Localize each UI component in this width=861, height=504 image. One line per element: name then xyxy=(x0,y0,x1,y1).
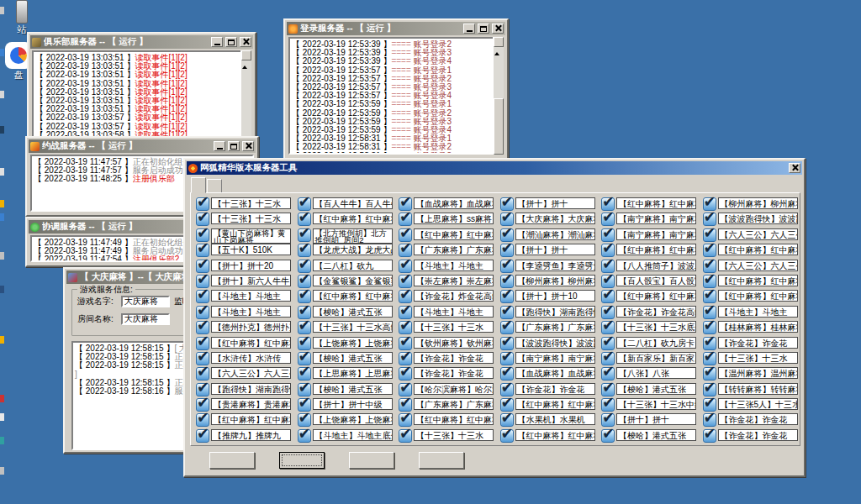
close-button[interactable] xyxy=(492,24,504,34)
room-label[interactable]: 【拼十】拼十 xyxy=(515,244,595,255)
room-label[interactable]: 【红中麻将】红中麻将 xyxy=(616,244,696,255)
room-checkbox[interactable]: ✔ xyxy=(703,429,716,443)
room-label[interactable]: 【十三张】十三水 xyxy=(211,197,291,209)
room-label[interactable]: 【诈金花】诈金花 xyxy=(718,337,798,349)
room-checkbox[interactable]: ✔ xyxy=(500,429,514,443)
action-button[interactable] xyxy=(279,452,325,469)
room-label[interactable]: 【十三张】十三水中级 xyxy=(616,398,696,410)
close-button[interactable] xyxy=(789,163,800,173)
room-label[interactable]: 【十三张】十三水 xyxy=(211,213,291,224)
room-label[interactable]: 【温州麻将】温州麻将 xyxy=(718,367,798,379)
room-label[interactable]: 【诈金花】诈金花 xyxy=(718,413,798,425)
room-label[interactable]: 【红中麻将】红中麻将5 xyxy=(211,337,291,349)
room-label[interactable]: 【血战麻将】血战麻将 xyxy=(515,367,595,379)
room-label[interactable]: 【广东麻将】广东麻将 xyxy=(414,398,494,410)
room-label[interactable]: 【钦州麻将】钦州麻将 xyxy=(414,337,494,349)
room-label[interactable]: 【斗地主】斗地主底分5 xyxy=(313,429,393,441)
room-label[interactable]: 【红中麻将】红中麻将 房 xyxy=(718,290,798,302)
room-label[interactable]: 【百人牛牛】百人牛牛 xyxy=(313,197,393,209)
room-label[interactable]: 【上饶麻将】上饶麻将 xyxy=(313,413,393,425)
room-label[interactable]: 【五十K】510K xyxy=(211,244,291,255)
room-label[interactable]: 【六人三公】六人三公 xyxy=(718,228,798,240)
minimize-button[interactable] xyxy=(211,37,223,47)
action-button[interactable] xyxy=(419,452,464,469)
maximize-button[interactable] xyxy=(225,37,237,47)
room-label[interactable]: 【红中麻将】红中麻将10 xyxy=(616,290,696,302)
minimize-button[interactable] xyxy=(463,24,475,34)
room-label[interactable]: 【斗地主】斗地主 xyxy=(718,306,798,318)
room-label[interactable]: 【上思麻将】上思麻将 xyxy=(313,367,393,379)
room-label[interactable]: 【斗地主】斗地主 xyxy=(414,260,494,271)
room-label[interactable]: 【柳州麻将】柳州麻将 xyxy=(718,197,798,209)
login-log-list[interactable]: 【 2022-03-19 12:53:39 】==== 账号登录2【 2022-… xyxy=(288,37,504,155)
room-label[interactable]: 【推牌九】推牌九 xyxy=(211,429,291,441)
room-label[interactable]: 【北方推倒胡】北方推倒胡_房间2 xyxy=(313,228,393,244)
login-scrollbar[interactable] xyxy=(493,37,504,155)
room-label[interactable]: 【黄山下岗麻将】黄山下岗麻将 xyxy=(211,228,291,244)
room-checkbox[interactable]: ✔ xyxy=(196,429,209,443)
club-log-list[interactable]: 【 2022-03-19 13:03:51 】读取事件[1][2]【 2022-… xyxy=(32,50,251,139)
room-label[interactable]: 【哈尔滨麻将】哈尔滨麻将 xyxy=(414,383,494,395)
room-label[interactable]: 【十三张】十三水高级 xyxy=(313,321,393,333)
room-label[interactable]: 【广东麻将】广东麻将 xyxy=(515,321,595,333)
room-label[interactable]: 【红中麻将】红中麻将20 xyxy=(313,213,393,224)
room-label[interactable]: 【梭哈】港式五张 xyxy=(313,352,393,364)
room-label[interactable]: 【龙虎大战】龙虎大战 xyxy=(313,244,393,255)
minimize-button[interactable] xyxy=(214,141,225,151)
scrollbar-thumb[interactable] xyxy=(494,98,504,155)
room-label[interactable]: 【十三张】十三水 xyxy=(718,352,798,364)
room-label[interactable]: 【梭哈】港式五张 xyxy=(313,383,393,395)
room-label[interactable]: 【十三张】十三水 xyxy=(414,429,494,441)
room-label[interactable]: 【拼十】新六人牛牛 xyxy=(211,275,291,286)
room-label[interactable]: 【红中麻将】红中麻将 xyxy=(515,398,595,410)
login-titlebar[interactable]: 登录服务器 -- 【 运行 】 xyxy=(287,22,505,35)
room-label[interactable]: 【红中麻将】红中麻将 xyxy=(414,413,494,425)
room-checkbox[interactable]: ✔ xyxy=(399,429,412,443)
room-label[interactable]: 【跑得快】湖南跑得快 xyxy=(515,306,595,318)
room-label[interactable]: 【八人推筒子】波波二八杠 xyxy=(616,260,696,271)
room-label[interactable]: 【南宁麻将】南宁麻将 xyxy=(515,352,595,364)
club-scrollbar[interactable] xyxy=(240,50,251,139)
room-label[interactable]: 【拼十】拼十20 xyxy=(211,260,291,271)
room-label[interactable]: 【诈金花】诈金花 xyxy=(718,429,798,441)
action-button[interactable] xyxy=(349,452,394,469)
room-label[interactable]: 【水果机】水果机 xyxy=(515,413,595,425)
room-label[interactable]: 【波波跑得快】波波跑得快 xyxy=(718,213,798,224)
room-checkbox[interactable]: ✔ xyxy=(601,429,615,443)
room-label[interactable]: 【斗地主】斗地主 xyxy=(211,306,291,318)
room-label[interactable]: 【血战麻将】血战麻将 xyxy=(414,197,494,209)
room-label[interactable]: 【南宁麻将】南宁麻将 xyxy=(616,228,696,240)
room-label[interactable]: 【斗地主】斗地主 xyxy=(414,306,494,318)
room-label[interactable]: 【柳州麻将】柳州麻将 xyxy=(515,275,595,286)
room-label[interactable]: 【诈金花】诈金花 xyxy=(414,367,494,379)
room-label[interactable]: 【拼十】拼十中级 xyxy=(313,398,393,410)
room-label[interactable]: 【十三张】十三水 xyxy=(414,321,494,333)
field-value-input[interactable]: 大庆麻将 xyxy=(121,296,170,307)
field-value-input[interactable]: 大庆麻将 xyxy=(121,313,170,325)
room-label[interactable]: 【波波跑得快】波波跑得快 xyxy=(515,337,595,349)
room-label[interactable]: 【百人骰宝】百人骰宝 xyxy=(616,275,696,286)
room-label[interactable]: 【崇左麻将】崇左麻将 xyxy=(414,275,494,286)
room-label[interactable]: 【大庆麻将】大庆麻将 xyxy=(515,213,595,224)
room-label[interactable]: 【红中麻将】红中麻将 xyxy=(211,413,291,425)
room-label[interactable]: 【红中麻将】红中麻将 xyxy=(718,244,798,255)
maximize-button[interactable] xyxy=(478,24,489,34)
room-label[interactable]: 【八张】八张 xyxy=(616,367,696,379)
room-label[interactable]: 【斗地主】斗地主 xyxy=(211,290,291,302)
room-label[interactable]: 【诈金花】诈金花高级 xyxy=(616,306,696,318)
room-label[interactable]: 【拼十】拼十10 xyxy=(515,290,595,302)
room-label[interactable]: 【拼十】拼十 xyxy=(515,197,595,209)
room-label[interactable]: 【红中麻将】红中麻将 金币1 xyxy=(616,197,696,209)
room-label[interactable]: 【十三张】十三水底分10 xyxy=(616,321,696,333)
close-button[interactable] xyxy=(242,141,254,151)
scrollbar-up-button[interactable] xyxy=(241,50,251,60)
room-label[interactable]: 【二八杠】砍九房卡 xyxy=(616,337,696,349)
room-label[interactable]: 【诈金花】诈金花 xyxy=(515,383,595,395)
tab-item[interactable] xyxy=(207,179,222,193)
room-label[interactable]: 【诈金花】诈金花 xyxy=(414,352,494,364)
room-label[interactable]: 【梭哈】港式五张 xyxy=(313,306,393,318)
room-label[interactable]: 【德州扑克】德州扑克 xyxy=(211,321,291,333)
room-label[interactable]: 【新百家乐】新百家乐 xyxy=(616,352,696,364)
maximize-button[interactable] xyxy=(228,141,240,151)
room-label[interactable]: 【李逵劈鱼】李逵劈鱼 xyxy=(515,260,595,271)
